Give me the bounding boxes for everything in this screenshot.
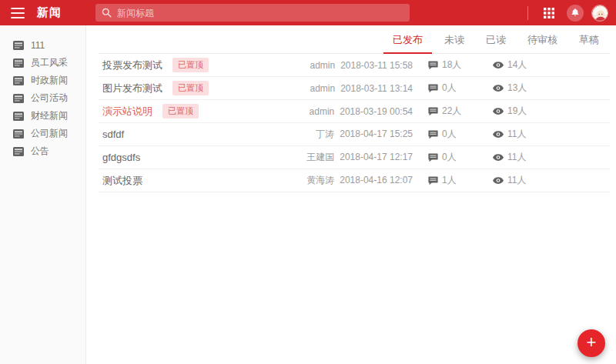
user-avatar[interactable] xyxy=(591,5,608,22)
news-category-icon xyxy=(13,94,24,103)
publish-datetime: 2018-03-19 00:54 xyxy=(340,106,413,117)
tab[interactable]: 待审核 xyxy=(523,25,562,54)
news-category-icon xyxy=(13,129,24,139)
news-category-icon xyxy=(13,58,24,68)
eye-icon xyxy=(493,85,504,92)
author-date: 王建国2018-04-17 12:17 xyxy=(297,151,413,164)
comment-icon xyxy=(428,153,438,162)
sidebar-item-label: 公司活动 xyxy=(31,92,68,105)
author-date: admin2018-03-11 13:14 xyxy=(297,83,413,94)
sidebar-item[interactable]: 公司活动 xyxy=(0,89,85,107)
pinned-badge: 已置顶 xyxy=(162,104,199,119)
news-title: 测试投票 xyxy=(102,174,142,188)
news-title: gfdgsdfs xyxy=(102,152,140,163)
publish-datetime: 2018-04-16 12:07 xyxy=(340,175,413,185)
author-name: admin xyxy=(310,106,335,117)
sidebar-item[interactable]: 时政新闻 xyxy=(0,72,85,89)
comment-count: 22人 xyxy=(428,105,473,118)
comment-icon xyxy=(428,130,438,139)
view-count: 19人 xyxy=(493,105,535,118)
sidebar-item[interactable]: 员工风采 xyxy=(0,54,85,72)
bell-icon[interactable] xyxy=(567,5,584,22)
page-title: 新闻 xyxy=(37,5,62,20)
author-name: 王建国 xyxy=(306,152,334,162)
sidebar-item-label: 111 xyxy=(31,40,45,51)
sidebar-item-label: 公司新闻 xyxy=(31,127,68,140)
comment-icon xyxy=(428,107,438,116)
news-category-icon xyxy=(13,41,24,50)
comment-count: 0人 xyxy=(428,151,473,164)
tab-label: 待审核 xyxy=(527,34,557,45)
sidebar-item[interactable]: 财经新闻 xyxy=(0,107,85,125)
comment-count-label: 22人 xyxy=(442,105,461,118)
menu-icon[interactable] xyxy=(5,0,31,25)
comment-count-label: 1人 xyxy=(442,174,457,187)
add-news-button[interactable]: + xyxy=(578,329,605,357)
sidebar-item-label: 时政新闻 xyxy=(31,74,68,87)
view-count-label: 14人 xyxy=(507,58,527,72)
comment-count-label: 18人 xyxy=(442,58,461,72)
view-count-label: 11人 xyxy=(507,128,526,141)
author-date: 黄海涛2018-04-16 12:07 xyxy=(297,174,413,187)
tab[interactable]: 已发布 xyxy=(388,25,427,54)
view-count-label: 19人 xyxy=(507,105,527,118)
comment-count-label: 0人 xyxy=(442,82,457,95)
comment-count: 0人 xyxy=(428,82,473,95)
tab[interactable]: 已读 xyxy=(481,25,511,54)
news-category-icon xyxy=(13,76,24,85)
sidebar-item[interactable]: 公司新闻 xyxy=(0,125,85,142)
tab-label: 已读 xyxy=(486,34,506,45)
author-name: 丁涛 xyxy=(316,129,334,139)
news-category-icon xyxy=(13,147,24,156)
news-title: 投票发布测试 xyxy=(102,58,162,72)
tab-label: 已发布 xyxy=(393,34,423,45)
view-count: 13人 xyxy=(493,82,535,95)
search-box[interactable] xyxy=(95,4,410,22)
comment-icon xyxy=(428,61,438,70)
eye-icon xyxy=(493,154,504,161)
table-row[interactable]: gfdgsdfs 王建国2018-04-17 12:17 0人 11人 xyxy=(99,146,610,169)
table-row[interactable]: sdfdf 丁涛2018-04-17 15:25 0人 11人 xyxy=(99,123,610,146)
comment-count-label: 0人 xyxy=(442,151,457,164)
author-name: admin xyxy=(310,60,335,71)
comment-count-label: 0人 xyxy=(442,128,457,141)
view-count: 11人 xyxy=(493,151,535,164)
table-row[interactable]: 测试投票 黄海涛2018-04-16 12:07 1人 11人 xyxy=(99,169,610,192)
comment-count: 1人 xyxy=(428,174,473,187)
tab[interactable]: 草稿 xyxy=(574,25,604,54)
sidebar-item[interactable]: 公告 xyxy=(0,142,85,160)
table-row[interactable]: 图片发布测试 已置顶 admin2018-03-11 13:14 0人 13人 xyxy=(99,77,610,100)
table-row[interactable]: 投票发布测试 已置顶 admin2018-03-11 15:58 18人 14人 xyxy=(99,54,610,77)
news-list: 投票发布测试 已置顶 admin2018-03-11 15:58 18人 14人… xyxy=(99,54,610,192)
news-title: 图片发布测试 xyxy=(102,82,162,95)
publish-datetime: 2018-04-17 15:25 xyxy=(340,129,413,139)
tab-label: 草稿 xyxy=(579,34,599,45)
view-count: 11人 xyxy=(493,174,535,187)
view-count-label: 11人 xyxy=(507,151,526,164)
news-title: sdfdf xyxy=(102,129,124,140)
pinned-badge: 已置顶 xyxy=(172,58,209,72)
view-count-label: 13人 xyxy=(507,82,527,95)
author-date: admin2018-03-11 15:58 xyxy=(297,60,413,71)
eye-icon xyxy=(493,177,504,184)
sidebar-item-label: 财经新闻 xyxy=(31,109,68,122)
app-header: 新闻 xyxy=(0,0,616,25)
sidebar-item[interactable]: 111 xyxy=(0,36,85,54)
apps-grid-icon[interactable] xyxy=(539,3,559,23)
view-count: 14人 xyxy=(493,58,535,72)
table-row[interactable]: 演示站说明 已置顶 admin2018-03-19 00:54 22人 19人 xyxy=(99,100,610,123)
header-divider xyxy=(527,6,528,20)
author-name: admin xyxy=(310,83,335,94)
sidebar-item-label: 公告 xyxy=(31,145,49,158)
comment-count: 0人 xyxy=(428,128,473,141)
search-input[interactable] xyxy=(117,8,403,18)
news-title: 演示站说明 xyxy=(102,105,152,119)
comment-count: 18人 xyxy=(428,58,473,72)
view-count-label: 11人 xyxy=(507,174,526,187)
eye-icon xyxy=(493,131,504,138)
tab[interactable]: 未读 xyxy=(440,25,469,54)
publish-datetime: 2018-03-11 15:58 xyxy=(340,60,413,71)
tab-bar: 已发布 未读 已读 待审核 草稿 xyxy=(99,25,610,54)
eye-icon xyxy=(493,108,504,115)
author-name: 黄海涛 xyxy=(306,175,334,185)
